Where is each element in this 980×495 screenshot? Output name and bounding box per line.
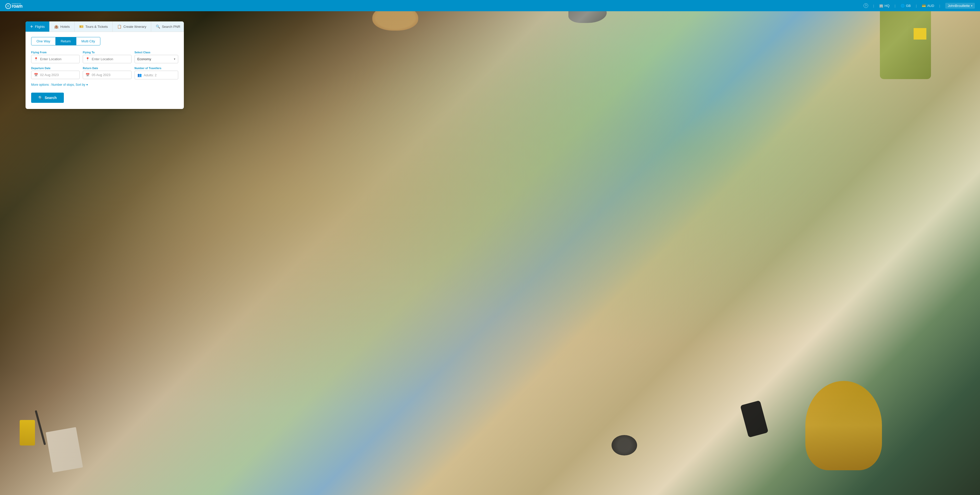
tab-hotels[interactable]: 🏨 Hotels <box>49 21 75 32</box>
gb-label: GB <box>906 4 911 8</box>
search-icon: 🔍 <box>38 96 43 100</box>
calendar-icon-departure: 📅 <box>34 73 38 77</box>
tours-icon: 🎫 <box>79 24 83 29</box>
gb-icon: 🌐 <box>900 4 905 8</box>
class-select[interactable]: Economy Business First Class Premium Eco… <box>137 57 172 61</box>
return-button[interactable]: Return <box>56 37 76 45</box>
navbar-right: ? | 🏢 HQ | 🌐 GB | 💳 AUD | JohnBrouillett… <box>864 3 975 9</box>
navbar: roam powered by ? | 🏢 HQ | 🌐 GB | 💳 AUD <box>0 0 980 11</box>
departure-date-input[interactable] <box>40 73 77 77</box>
travellers-label: Number of Travellers <box>135 67 178 70</box>
form-area: One Way Return Multi City Flying From 📍 … <box>25 32 184 109</box>
flying-from-group: Flying From 📍 <box>31 51 80 63</box>
tab-tours-label: Tours & Tickets <box>85 25 108 29</box>
departure-date-wrapper[interactable]: 📅 <box>31 71 80 79</box>
departure-date-group: Departure Date 📅 <box>31 67 80 79</box>
flying-from-label: Flying From <box>31 51 80 54</box>
flying-from-input[interactable] <box>40 57 77 61</box>
calendar-icon-return: 📅 <box>86 73 90 77</box>
tab-pnr-label: Search PNR <box>162 25 180 29</box>
multi-city-button[interactable]: Multi City <box>76 37 100 45</box>
flying-to-label: Flying To <box>83 51 131 54</box>
tab-itinerary[interactable]: 📋 Create Itinerary <box>113 21 151 32</box>
user-name: JohnBrouillette <box>948 4 970 8</box>
aud-label: AUD <box>927 4 934 8</box>
nav-divider-3: | <box>916 4 917 8</box>
return-date-wrapper[interactable]: 📅 <box>83 71 131 79</box>
tab-pnr[interactable]: 🔍 Search PNR <box>151 21 184 32</box>
main-content: ✈ Flights 🏨 Hotels 🎫 Tours & Tickets 📋 C… <box>0 11 980 495</box>
trip-type-row: One Way Return Multi City <box>31 37 178 45</box>
hotels-icon: 🏨 <box>54 24 59 29</box>
tab-flights[interactable]: ✈ Flights <box>25 21 49 32</box>
svg-text:powered by: powered by <box>12 3 21 5</box>
flying-to-wrapper[interactable]: 📍 <box>83 55 131 63</box>
travellers-wrapper[interactable]: 👥 <box>135 71 178 79</box>
tabs-row: ✈ Flights 🏨 Hotels 🎫 Tours & Tickets 📋 C… <box>25 21 184 32</box>
logo[interactable]: roam powered by <box>5 2 28 9</box>
tab-hotels-label: Hotels <box>60 25 70 29</box>
help-button[interactable]: ? <box>864 3 868 8</box>
chevron-down-icon: ▾ <box>971 4 972 7</box>
dates-row: Departure Date 📅 Return Date 📅 <box>31 67 178 79</box>
search-button-label: Search <box>45 96 57 100</box>
more-options-chevron-icon: ▾ <box>86 83 88 87</box>
travellers-group: Number of Travellers 👥 <box>135 67 178 79</box>
aud-button[interactable]: 💳 AUD <box>922 4 934 8</box>
travellers-input[interactable] <box>144 73 175 77</box>
search-button[interactable]: 🔍 Search <box>31 93 64 103</box>
tab-tours[interactable]: 🎫 Tours & Tickets <box>75 21 113 32</box>
nav-divider-2: | <box>895 4 896 8</box>
help-icon: ? <box>864 3 868 8</box>
flying-to-group: Flying To 📍 <box>83 51 131 63</box>
tab-flights-label: Flights <box>35 25 45 29</box>
flying-to-input[interactable] <box>92 57 129 61</box>
location-icon-from: 📍 <box>34 57 38 61</box>
svg-point-1 <box>7 5 10 7</box>
more-options-label: More options : Number of stops, Sort by <box>31 83 85 87</box>
navbar-left: roam powered by <box>5 2 28 9</box>
flying-from-wrapper[interactable]: 📍 <box>31 55 80 63</box>
gb-button[interactable]: 🌐 GB <box>900 4 911 8</box>
nav-divider-4: | <box>939 4 940 8</box>
search-panel: ✈ Flights 🏨 Hotels 🎫 Tours & Tickets 📋 C… <box>25 21 184 109</box>
one-way-button[interactable]: One Way <box>31 37 56 45</box>
hq-icon: 🏢 <box>879 4 883 8</box>
class-label: Select Class <box>135 51 178 54</box>
user-dropdown[interactable]: JohnBrouillette ▾ <box>945 3 975 9</box>
hq-button[interactable]: 🏢 HQ <box>879 4 889 8</box>
class-group: Select Class Economy Business First Clas… <box>135 51 178 63</box>
hq-label: HQ <box>885 4 889 8</box>
return-date-input[interactable] <box>92 73 129 77</box>
class-wrapper[interactable]: Economy Business First Class Premium Eco… <box>135 55 178 63</box>
departure-date-label: Departure Date <box>31 67 80 70</box>
pnr-icon: 🔍 <box>156 24 160 29</box>
nav-divider-1: | <box>873 4 874 8</box>
return-date-label: Return Date <box>83 67 131 70</box>
logo-svg: roam powered by <box>5 2 28 9</box>
aud-icon: 💳 <box>922 4 926 8</box>
location-icon-to: 📍 <box>86 57 90 61</box>
travelers-icon: 👥 <box>137 73 142 77</box>
location-row: Flying From 📍 Flying To 📍 Se <box>31 51 178 63</box>
more-options[interactable]: More options : Number of stops, Sort by … <box>31 83 178 87</box>
class-chevron-icon: ▾ <box>174 57 175 61</box>
tab-itinerary-label: Create Itinerary <box>123 25 146 29</box>
return-date-group: Return Date 📅 <box>83 67 131 79</box>
flights-icon: ✈ <box>30 24 33 29</box>
itinerary-icon: 📋 <box>117 24 121 29</box>
